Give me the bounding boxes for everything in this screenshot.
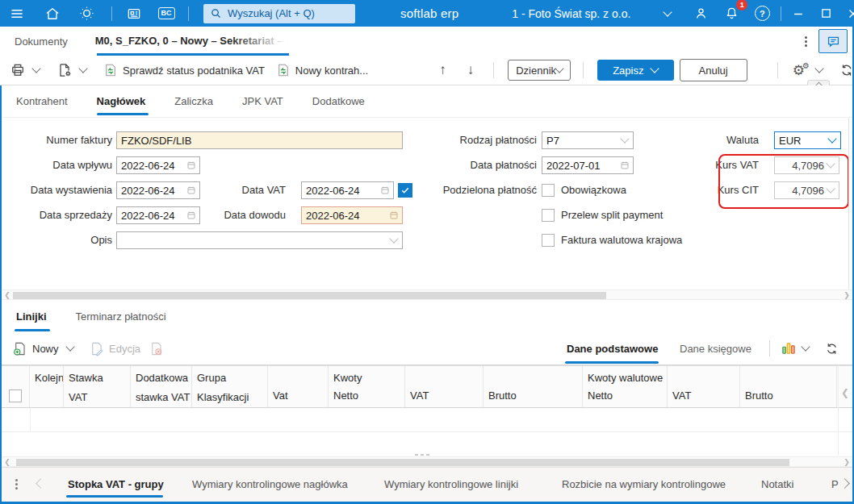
scrollbar-thumb[interactable]	[13, 292, 606, 299]
bottom-tab-rozbicie[interactable]: Rozbicie na wymiary kontrolingowe	[562, 468, 726, 502]
currency-value: EUR	[779, 135, 801, 147]
journal-dropdown[interactable]: Dziennik	[508, 60, 571, 81]
col-stawka-vat-header[interactable]: StawkaVAT	[64, 366, 131, 407]
comments-button[interactable]	[818, 29, 848, 53]
tab-jpk-vat[interactable]: JPK VAT	[242, 95, 283, 107]
description-label: Opis	[2, 231, 112, 249]
col-netto-walutowe-header[interactable]: Netto	[583, 366, 668, 407]
company-selector[interactable]: 1 - Foto Świat sp. z o.o.	[512, 7, 630, 20]
bottom-tab-truncated[interactable]: P	[831, 468, 839, 502]
issue-date-field[interactable]: 2022-06-24	[116, 181, 200, 199]
col-dodatkowa-stawka-header[interactable]: Dodatkowastawka VAT	[131, 366, 192, 407]
edit-line-button[interactable]: Edycja	[89, 332, 140, 364]
news-icon[interactable]	[123, 3, 144, 24]
split-transfer-checkbox[interactable]	[542, 209, 555, 222]
assistant-bulb-icon[interactable]	[76, 3, 97, 24]
bottom-tabs-scroll-right-icon[interactable]	[839, 478, 850, 489]
collapse-side-panel-icon[interactable]: ❮	[839, 385, 851, 400]
vat-date-checkbox[interactable]	[398, 183, 412, 198]
calendar-icon[interactable]	[620, 160, 630, 170]
tab-dodatkowe[interactable]: Dodatkowe	[312, 95, 365, 107]
print-button[interactable]	[10, 62, 26, 78]
scroll-left-icon[interactable]: ❮	[3, 458, 11, 466]
hamburger-menu-icon[interactable]	[6, 3, 27, 24]
cancel-button[interactable]: Anuluj	[680, 59, 747, 81]
delete-line-button[interactable]	[149, 332, 164, 364]
maximize-icon[interactable]	[815, 3, 836, 24]
scroll-right-icon[interactable]: ❯	[843, 458, 851, 466]
table-horizontal-scrollbar[interactable]: ❮ ❯	[2, 456, 852, 467]
view-accounting-data-tab[interactable]: Dane księgowe	[680, 332, 751, 364]
receipt-date-field[interactable]: 2022-06-24	[116, 156, 200, 174]
empty-table-row[interactable]	[2, 408, 852, 432]
bottom-tab-wymiary-naglowka[interactable]: Wymiary kontrolingowe nagłówka	[192, 468, 348, 502]
col-brutto-header[interactable]: Brutto	[484, 366, 583, 407]
calendar-icon[interactable]	[186, 160, 196, 170]
tab-kontrahent[interactable]: Kontrahent	[16, 95, 68, 107]
user-icon[interactable]	[690, 3, 711, 24]
business-central-icon[interactable]: BC	[156, 3, 177, 24]
refresh-lines-button[interactable]	[825, 332, 839, 364]
tab-active-document[interactable]: M0, S_FZKO, 0 – Nowy – Sekretariat – i	[95, 27, 287, 56]
bottom-tab-wymiary-linijki[interactable]: Wymiary kontrolingowe linijki	[384, 468, 518, 502]
move-up-icon[interactable]: ↑	[439, 62, 446, 78]
lines-table-header: Kolejn StawkaVAT Dodatkowastawka VAT Gru…	[2, 365, 852, 408]
scroll-left-icon[interactable]: ❮	[3, 291, 11, 299]
tab-linijki[interactable]: Linijki	[16, 310, 47, 323]
new-contractor-button[interactable]: Nowy kontrah...	[276, 63, 368, 77]
description-dropdown[interactable]	[116, 231, 403, 249]
document-settings-chevron-down-icon[interactable]	[78, 64, 87, 73]
move-down-icon[interactable]: ↓	[467, 62, 475, 78]
check-vat-status-button[interactable]: Sprawdź status podatnika VAT	[103, 63, 265, 77]
bottom-tabs-scroll-left-icon[interactable]	[36, 478, 46, 489]
col-vat-walutowe-header[interactable]: VAT	[668, 366, 740, 407]
chart-view-button[interactable]	[781, 332, 809, 364]
tab-zaliczka[interactable]: Zaliczka	[174, 95, 213, 107]
col-vat-header[interactable]: Vat	[268, 366, 329, 407]
minimize-icon[interactable]	[788, 3, 809, 24]
tab-naglowek[interactable]: Nagłówek	[97, 95, 146, 107]
col-netto-header[interactable]: Netto	[329, 366, 405, 407]
bottom-tabs-menu-icon[interactable]	[15, 479, 18, 489]
payment-date-field[interactable]: 2022-07-01	[542, 156, 634, 174]
search-input[interactable]: Wyszukaj (Alt + Q)	[203, 4, 355, 23]
col-brutto-walutowe-header[interactable]: Brutto	[740, 366, 837, 407]
domestic-currency-invoice-checkbox[interactable]	[542, 234, 555, 247]
view-basic-data-tab[interactable]: Dane podstawowe	[567, 332, 658, 364]
close-icon[interactable]	[843, 3, 854, 24]
document-settings-button[interactable]	[57, 62, 73, 78]
vat-rate-dropdown[interactable]: 4,7096	[774, 156, 839, 174]
help-icon[interactable]	[751, 3, 772, 24]
settings-gears-icon[interactable]: ⚙ ⚙	[793, 64, 805, 77]
tab-dokumenty[interactable]: Dokumenty	[15, 35, 68, 48]
col-grupa-klasyfikacji-header[interactable]: GrupaKlasyfikacji	[192, 366, 268, 407]
home-icon[interactable]	[42, 3, 63, 24]
domestic-currency-invoice-label: Faktura walutowa krajowa	[561, 234, 682, 247]
col-kolejn-header[interactable]: Kolejn	[30, 366, 64, 407]
invoice-number-field[interactable]: FZKO/SDF/LIB	[116, 131, 403, 149]
scroll-right-icon[interactable]: ❯	[843, 291, 851, 299]
print-chevron-down-icon[interactable]	[31, 64, 40, 73]
split-mandatory-checkbox[interactable]	[542, 184, 555, 197]
new-line-button[interactable]: Nowy	[12, 332, 73, 364]
evidence-date-field[interactable]: 2022-06-24	[301, 206, 403, 224]
scrollbar-thumb[interactable]	[16, 459, 789, 466]
form-horizontal-scrollbar[interactable]: ❮ ❯	[2, 289, 852, 300]
calendar-icon[interactable]	[389, 210, 399, 220]
bottom-tab-notatki[interactable]: Notatki	[761, 468, 793, 502]
notifications-bell-icon[interactable]: 1	[721, 3, 742, 24]
select-all-checkbox[interactable]	[9, 389, 22, 402]
calendar-icon[interactable]	[186, 185, 196, 195]
payment-type-dropdown[interactable]: P7	[542, 131, 634, 149]
currency-dropdown[interactable]: EUR	[774, 131, 841, 149]
settings-chevron-down-icon[interactable]	[814, 64, 823, 73]
calendar-icon[interactable]	[380, 185, 390, 195]
split-mandatory-label: Obowiązkowa	[561, 184, 626, 197]
vat-date-field[interactable]: 2022-06-24	[301, 181, 394, 199]
company-chevron-down-icon[interactable]	[664, 7, 672, 16]
cit-rate-dropdown[interactable]: 4,7096	[774, 181, 839, 199]
tab-overflow-menu-icon[interactable]	[804, 36, 807, 47]
tab-terminarz[interactable]: Terminarz płatności	[76, 310, 166, 323]
save-button[interactable]: Zapisz	[597, 60, 674, 81]
col-vat2-header[interactable]: VAT	[405, 366, 484, 407]
